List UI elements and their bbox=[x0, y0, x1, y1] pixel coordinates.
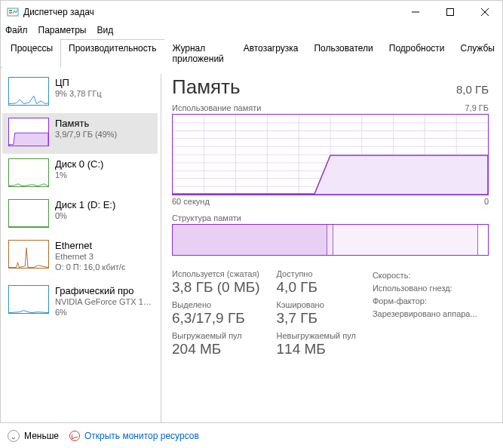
menubar: Файл Параметры Вид bbox=[1, 23, 502, 38]
sidebar-item-ethernet[interactable]: Ethernet Ethernet 3 О: 0 П: 16,0 кбит/с bbox=[2, 235, 158, 281]
composition-label: Структура памяти bbox=[172, 213, 241, 222]
cached-label: Кэшировано bbox=[277, 300, 356, 309]
composition-modified bbox=[327, 225, 333, 255]
sidebar-item-disk0[interactable]: Диск 0 (C:) 1% bbox=[2, 154, 158, 195]
sidebar-memory-title: Память bbox=[55, 118, 117, 129]
sidebar-gpu-title: Графический про bbox=[55, 285, 152, 296]
committed-label: Выделено bbox=[172, 300, 260, 309]
nonpaged-value: 114 МБ bbox=[277, 341, 356, 357]
nonpaged-label: Невыгружаемый пул bbox=[277, 331, 356, 340]
svg-rect-2 bbox=[9, 12, 12, 14]
tab-performance[interactable]: Производительность bbox=[60, 39, 164, 68]
chart-x-left: 60 секунд bbox=[172, 197, 210, 206]
sidebar-ethernet-sub1: Ethernet 3 bbox=[55, 251, 125, 262]
chevron-up-icon: ⌃ bbox=[8, 430, 20, 442]
info-slots: Использовано гнезд: bbox=[373, 282, 477, 295]
info-reserved: Зарезервировано аппара... bbox=[373, 308, 477, 321]
footer-bar: ⌃ Меньше Открыть монитор ресурсов bbox=[0, 422, 503, 448]
paged-value: 204 МБ bbox=[172, 341, 260, 357]
usage-chart-label: Использование памяти bbox=[172, 103, 261, 112]
svg-marker-7 bbox=[9, 133, 48, 146]
menu-view[interactable]: Вид bbox=[97, 25, 113, 35]
maximize-button[interactable] bbox=[433, 1, 468, 23]
sidebar-gpu-sub2: 6% bbox=[55, 307, 152, 318]
memory-usage-chart bbox=[172, 114, 489, 195]
composition-standby bbox=[333, 225, 478, 255]
tab-bar: Процессы Производительность Журнал прило… bbox=[1, 38, 502, 68]
resource-monitor-icon bbox=[69, 431, 80, 441]
window-titlebar: Диспетчер задач bbox=[1, 1, 502, 23]
paged-label: Выгружаемый пул bbox=[172, 331, 260, 340]
memory-total: 8,0 ГБ bbox=[456, 83, 489, 96]
app-icon bbox=[7, 6, 19, 18]
sidebar-ethernet-sub2: О: 0 П: 16,0 кбит/с bbox=[55, 262, 125, 272]
sidebar-item-gpu[interactable]: Графический про NVIDIA GeForce GTX 166 6… bbox=[2, 281, 158, 326]
usage-chart-max: 7,9 ГБ bbox=[465, 103, 489, 112]
tab-startup[interactable]: Автозагрузка bbox=[235, 39, 307, 68]
close-button[interactable] bbox=[468, 1, 502, 23]
tab-app-history[interactable]: Журнал приложений bbox=[164, 39, 236, 68]
page-title: Память bbox=[172, 75, 241, 99]
cached-value: 3,7 ГБ bbox=[277, 310, 356, 327]
main-panel: Память 8,0 ГБ Использование памяти 7,9 Г… bbox=[164, 68, 502, 437]
sidebar-disk1-sub: 0% bbox=[55, 210, 115, 221]
menu-options[interactable]: Параметры bbox=[38, 25, 87, 35]
tab-users[interactable]: Пользователи bbox=[305, 39, 381, 68]
sidebar-gpu-sub1: NVIDIA GeForce GTX 166 bbox=[55, 296, 152, 307]
fewer-details-label: Меньше bbox=[24, 431, 59, 441]
memory-composition-chart bbox=[172, 224, 489, 256]
sidebar-cpu-sub: 9% 3,78 ГГц bbox=[55, 88, 102, 99]
minimize-button[interactable] bbox=[398, 1, 433, 23]
in-use-label: Используется (сжатая) bbox=[172, 269, 260, 278]
disk0-thumb-icon bbox=[8, 158, 49, 187]
svg-marker-27 bbox=[173, 155, 488, 195]
open-resource-monitor-link[interactable]: Открыть монитор ресурсов bbox=[69, 431, 199, 441]
cpu-thumb-icon bbox=[8, 77, 49, 106]
in-use-value: 3,8 ГБ (0 МБ) bbox=[172, 279, 260, 296]
vertical-divider bbox=[161, 74, 161, 431]
sidebar-disk1-title: Диск 1 (D: E:) bbox=[55, 199, 115, 210]
info-form: Форм-фактор: bbox=[373, 295, 477, 308]
sidebar-item-memory[interactable]: Память 3,9/7,9 ГБ (49%) bbox=[2, 113, 158, 154]
tab-details[interactable]: Подробности bbox=[381, 39, 453, 68]
menu-file[interactable]: Файл bbox=[5, 25, 28, 35]
sidebar-cpu-title: ЦП bbox=[55, 77, 102, 88]
svg-rect-1 bbox=[9, 10, 12, 11]
sidebar-item-disk1[interactable]: Диск 1 (D: E:) 0% bbox=[2, 195, 158, 235]
sidebar-disk0-title: Диск 0 (C:) bbox=[55, 158, 103, 170]
sidebar-memory-sub: 3,9/7,9 ГБ (49%) bbox=[55, 129, 117, 140]
sidebar-item-cpu[interactable]: ЦП 9% 3,78 ГГц bbox=[2, 72, 158, 113]
sidebar-ethernet-title: Ethernet bbox=[55, 240, 125, 251]
window-title: Диспетчер задач bbox=[23, 7, 398, 17]
available-value: 4,0 ГБ bbox=[277, 279, 356, 296]
info-speed: Скорость: bbox=[373, 269, 477, 282]
chart-x-right: 0 bbox=[484, 197, 489, 206]
fewer-details-button[interactable]: ⌃ Меньше bbox=[8, 430, 59, 442]
sidebar-disk0-sub: 1% bbox=[55, 170, 103, 180]
svg-rect-4 bbox=[447, 9, 454, 16]
tab-services[interactable]: Службы bbox=[452, 39, 503, 68]
resource-monitor-label: Открыть монитор ресурсов bbox=[84, 431, 199, 441]
disk1-thumb-icon bbox=[8, 199, 49, 228]
memory-thumb-icon bbox=[8, 118, 49, 146]
available-label: Доступно bbox=[277, 269, 356, 278]
gpu-thumb-icon bbox=[8, 285, 49, 314]
composition-free bbox=[478, 225, 488, 255]
performance-sidebar: ЦП 9% 3,78 ГГц Память 3,9/7,9 ГБ (49%) Д… bbox=[1, 68, 159, 437]
composition-in-use bbox=[173, 225, 327, 255]
tab-processes[interactable]: Процессы bbox=[2, 39, 61, 68]
committed-value: 6,3/17,9 ГБ bbox=[172, 310, 260, 327]
ethernet-thumb-icon bbox=[8, 240, 49, 268]
